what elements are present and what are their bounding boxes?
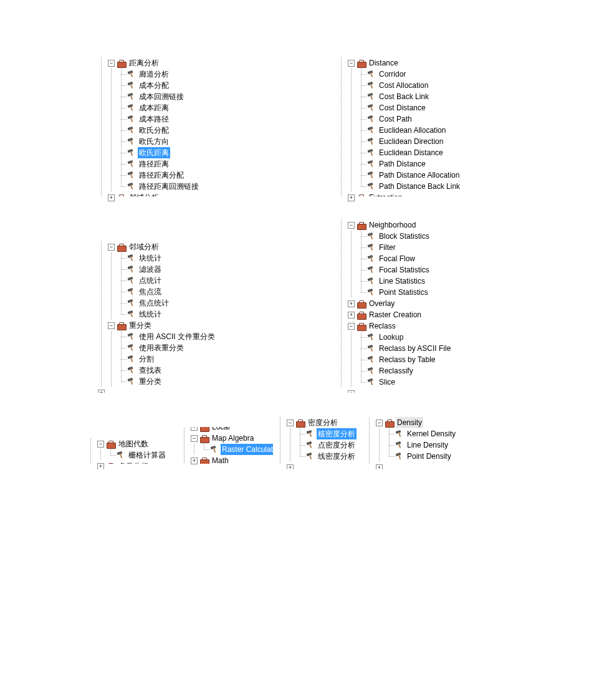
hammer-icon [127, 299, 136, 307]
collapse-icon[interactable]: − [376, 420, 383, 426]
tool-filter-cn[interactable]: 滤波器 [97, 264, 240, 275]
tool-euclidean-distance-en[interactable]: Euclidean Distance [337, 147, 494, 158]
tool-block-stats-cn[interactable]: 块统计 [97, 252, 240, 264]
tool-path-distance-cn[interactable]: 路径距离 [97, 158, 240, 170]
tool-line-stats-cn[interactable]: 线统计 [97, 309, 240, 320]
tool-label: 路径距离回溯链接 [138, 181, 200, 192]
toolset-overlay-en[interactable]: +Overlay [337, 298, 494, 309]
tool-point-stats-en[interactable]: Point Statistics [337, 287, 494, 298]
tool-euclidean-allocation-cn[interactable]: 欧氏分配 [97, 125, 240, 136]
toolbox-icon [357, 59, 366, 67]
toolset-distance-en[interactable]: −Distance [337, 57, 494, 69]
tool-filter-en[interactable]: Filter [337, 242, 494, 253]
tool-raster-calc-en[interactable]: Raster Calculator [180, 444, 273, 455]
tool-cost-path-cn[interactable]: 成本路径 [97, 113, 240, 125]
tool-line-density-cn[interactable]: 线密度分析 [275, 451, 363, 462]
tool-block-stats-en[interactable]: Block Statistics [337, 231, 494, 242]
tool-line-density-en[interactable]: Line Density [365, 439, 464, 451]
tool-point-density-en[interactable]: Point Density [365, 451, 464, 462]
expand-icon[interactable]: + [348, 312, 355, 319]
expand-icon[interactable]: + [348, 194, 355, 201]
expand-icon[interactable]: + [98, 390, 105, 393]
tool-focal-stats-en[interactable]: Focal Statistics [337, 264, 494, 276]
tool-path-distance-en[interactable]: Path Distance [337, 158, 494, 170]
hammer-icon [366, 148, 376, 157]
collapse-icon[interactable]: − [287, 420, 294, 426]
tool-line-stats-en[interactable]: Line Statistics [337, 276, 494, 287]
tool-kernel-density-cn[interactable]: 核密度分析 [275, 428, 363, 439]
tool-point-density-cn[interactable]: 点密度分析 [275, 439, 363, 451]
tool-lookup-cn[interactable]: 查找表 [97, 365, 240, 376]
tool-reclassify-en[interactable]: Reclassify [337, 365, 494, 376]
collapse-icon[interactable]: − [108, 322, 115, 329]
expand-icon[interactable]: + [191, 458, 198, 464]
tool-label: 分割 [138, 353, 155, 365]
tool-label: 滤波器 [138, 264, 163, 275]
tool-cost-allocation-en[interactable]: Cost Allocation [337, 80, 494, 91]
tool-cost-allocation-cn[interactable]: 成本分配 [97, 80, 240, 91]
tool-label: 成本距离 [138, 102, 170, 113]
hammer-icon [127, 148, 136, 157]
tool-cost-distance-cn[interactable]: 成本距离 [97, 102, 240, 113]
tool-corridor-en[interactable]: Corridor [337, 69, 494, 80]
tool-euclidean-allocation-en[interactable]: Euclidean Allocation [337, 125, 494, 136]
tool-raster-calc-cn[interactable]: 栅格计算器 [86, 449, 176, 461]
expand-icon[interactable]: + [108, 194, 115, 201]
toolset-distance-cn[interactable]: − 距离分析 [97, 57, 240, 69]
tool-cost-path-en[interactable]: Cost Path [337, 113, 494, 125]
collapse-icon[interactable]: − [108, 244, 115, 251]
tool-euclidean-direction-cn[interactable]: 欧氏方向 [97, 136, 240, 147]
tool-euclidean-distance-cn[interactable]: 欧氏距离 [97, 147, 240, 158]
tool-path-distance-allocation-cn[interactable]: 路径距离分配 [97, 170, 240, 181]
tool-corridor-cn[interactable]: 廊道分析 [97, 69, 240, 80]
expand-icon[interactable]: + [287, 464, 294, 470]
expand-icon[interactable]: + [348, 390, 355, 393]
tool-reclassify-cn[interactable]: 重分类 [97, 376, 240, 387]
hammer-icon [366, 126, 376, 135]
toolset-neighborhood-cn[interactable]: −邻域分析 [97, 241, 240, 252]
toolset-reclass-en[interactable]: −Reclass [337, 320, 494, 332]
expand-icon[interactable]: + [191, 427, 198, 431]
toolset-neighborhood-en[interactable]: −Neighborhood [337, 219, 494, 231]
collapse-icon[interactable]: − [97, 441, 104, 448]
collapse-icon[interactable]: − [348, 323, 355, 330]
tool-path-distance-back-link-en[interactable]: Path Distance Back Link [337, 181, 494, 192]
collapse-icon[interactable]: − [191, 435, 198, 442]
tool-slice-en[interactable]: Slice [337, 376, 494, 388]
toolset-local-partial[interactable]: +Local [180, 427, 273, 433]
tool-path-distance-allocation-en[interactable]: Path Distance Allocation [337, 170, 494, 181]
tool-kernel-density-en[interactable]: Kernel Density [365, 428, 464, 439]
tool-label: Point Statistics [378, 287, 429, 298]
tool-cost-back-link-en[interactable]: Cost Back Link [337, 91, 494, 102]
tool-point-stats-cn[interactable]: 点统计 [97, 275, 240, 286]
toolset-raster-creation-en[interactable]: +Raster Creation [337, 309, 494, 320]
tool-cost-distance-en[interactable]: Cost Distance [337, 102, 494, 113]
tool-reclass-ascii-cn[interactable]: 使用 ASCII 文件重分类 [97, 331, 240, 342]
expand-icon[interactable]: + [348, 300, 355, 307]
tool-focal-flow-cn[interactable]: 焦点流 [97, 286, 240, 297]
tool-path-distance-back-link-cn[interactable]: 路径距离回溯链接 [97, 181, 240, 192]
toolset-reclass-cn[interactable]: −重分类 [97, 320, 240, 331]
hammer-icon [127, 332, 136, 341]
toolset-density-cn[interactable]: −密度分析 [275, 417, 363, 428]
tool-reclass-ascii-en[interactable]: Reclass by ASCII File [337, 343, 494, 354]
tool-cost-back-link-cn[interactable]: 成本回溯链接 [97, 91, 240, 102]
tool-reclass-table-cn[interactable]: 使用表重分类 [97, 342, 240, 353]
hammer-icon [366, 288, 376, 297]
tool-label: Kernel Density [406, 428, 457, 439]
toolset-map-algebra-cn[interactable]: −地图代数 [86, 438, 176, 449]
tool-euclidean-direction-en[interactable]: Euclidean Direction [337, 136, 494, 147]
toolset-map-algebra-en[interactable]: −Map Algebra [180, 433, 273, 444]
expand-icon[interactable]: + [97, 463, 104, 470]
tool-focal-stats-cn[interactable]: 焦点统计 [97, 297, 240, 309]
toolset-density-en[interactable]: −Density [365, 417, 464, 428]
tool-reclass-table-en[interactable]: Reclass by Table [337, 354, 494, 365]
collapse-icon[interactable]: − [348, 222, 355, 229]
tool-lookup-en[interactable]: Lookup [337, 332, 494, 343]
collapse-icon[interactable]: − [108, 60, 115, 67]
tool-focal-flow-en[interactable]: Focal Flow [337, 253, 494, 264]
toolbox-icon [357, 299, 366, 308]
expand-icon[interactable]: + [376, 464, 383, 470]
tool-slice-cn[interactable]: 分割 [97, 353, 240, 365]
collapse-icon[interactable]: − [348, 60, 355, 67]
